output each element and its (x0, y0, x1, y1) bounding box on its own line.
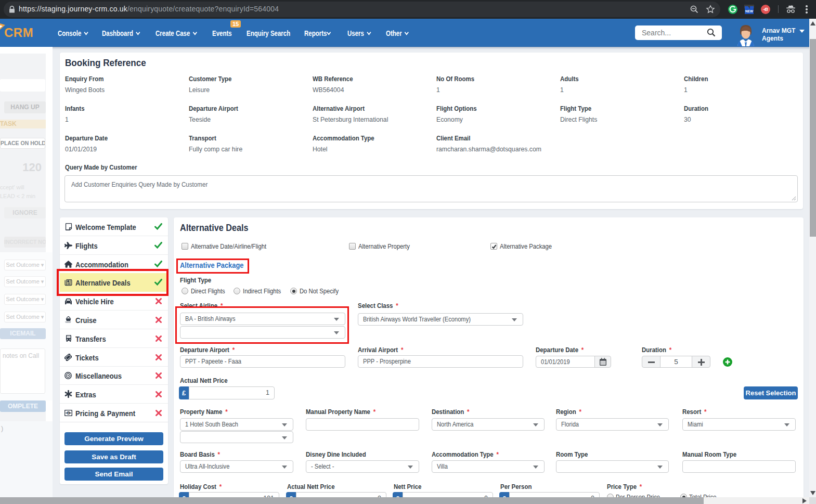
svg-text:NEW: NEW (745, 9, 754, 13)
svg-text:£: £ (68, 411, 69, 415)
svg-text:B: B (765, 7, 768, 12)
